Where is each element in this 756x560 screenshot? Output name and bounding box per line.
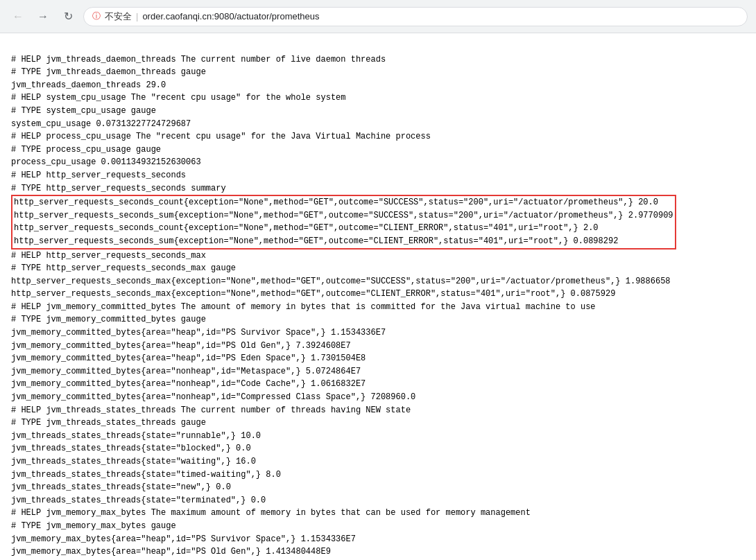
line-20: # HELP jvm_memory_committed_bytes The am… [11, 302, 596, 312]
security-icon: ⓘ [92, 10, 101, 22]
line-29: # TYPE jvm_threads_states_threads gauge [11, 418, 206, 428]
page-content: # HELP jvm_threads_daemon_threads The cu… [0, 33, 756, 560]
line-33: jvm_threads_states_threads{state="timed-… [11, 470, 281, 480]
line-31: jvm_threads_states_threads{state="blocke… [11, 444, 251, 453]
address-bar[interactable]: ⓘ 不安全 | order.caofanqi.cn:9080/actuator/… [83, 7, 748, 26]
line-25: jvm_memory_committed_bytes{area="nonheap… [11, 367, 361, 376]
back-button[interactable]: ← [8, 7, 28, 26]
line-24: jvm_memory_committed_bytes{area="heap",i… [11, 353, 366, 363]
line-1: # HELP jvm_threads_daemon_threads The cu… [11, 55, 386, 64]
line-10: # HELP http_server_requests_seconds [11, 170, 186, 180]
url-text: order.caofanqi.cn:9080/actuator/promethe… [142, 11, 319, 21]
reload-button[interactable]: ↻ [58, 7, 78, 26]
line-38: jvm_memory_max_bytes{area="heap",id="PS … [11, 534, 356, 544]
security-label: 不安全 [105, 10, 132, 23]
separator: | [136, 11, 138, 21]
forward-button[interactable]: → [33, 7, 53, 26]
line-22: jvm_memory_committed_bytes{area="heap",i… [11, 328, 386, 338]
browser-toolbar: ← → ↻ ⓘ 不安全 | order.caofanqi.cn:9080/act… [0, 0, 756, 33]
line-4: # HELP system_cpu_usage The "recent cpu … [11, 93, 345, 103]
line-9: process_cpu_usage 0.001134932152630063 [11, 157, 201, 167]
line-17: # TYPE http_server_requests_seconds_max … [11, 263, 236, 273]
line-18: http_server_requests_seconds_max{excepti… [11, 277, 671, 286]
line-23: jvm_memory_committed_bytes{area="heap",i… [11, 341, 351, 351]
line-28: # HELP jvm_threads_states_threads The cu… [11, 405, 411, 415]
line-6: system_cpu_usage 0.07313227724729687 [11, 119, 191, 129]
line-3: jvm_threads_daemon_threads 29.0 [11, 80, 166, 90]
line-30: jvm_threads_states_threads{state="runnab… [11, 431, 261, 441]
line-11: # TYPE http_server_requests_seconds summ… [11, 184, 226, 193]
line-16: # HELP http_server_requests_seconds_max [11, 251, 206, 261]
line-34: jvm_threads_states_threads{state="new",}… [11, 482, 231, 492]
http-block: http_server_requests_seconds_count{excep… [11, 195, 676, 249]
line-35: jvm_threads_states_threads{state="termin… [11, 496, 266, 505]
line-5: # TYPE system_cpu_usage gauge [11, 106, 156, 116]
line-8: # TYPE process_cpu_usage gauge [11, 145, 161, 155]
line-7: # HELP process_cpu_usage The "recent cpu… [11, 132, 431, 141]
line-26: jvm_memory_committed_bytes{area="nonheap… [11, 379, 366, 389]
line-39: jvm_memory_max_bytes{area="heap",id="PS … [11, 547, 331, 557]
line-27: jvm_memory_committed_bytes{area="nonheap… [11, 392, 415, 402]
line-32: jvm_threads_states_threads{state="waitin… [11, 457, 256, 466]
line-37: # TYPE jvm_memory_max_bytes gauge [11, 521, 176, 531]
line-2: # TYPE jvm_threads_daemon_threads gauge [11, 67, 206, 77]
line-21: # TYPE jvm_memory_committed_bytes gauge [11, 315, 206, 324]
line-36: # HELP jvm_memory_max_bytes The maximum … [11, 508, 531, 518]
line-19: http_server_requests_seconds_max{excepti… [11, 289, 615, 299]
